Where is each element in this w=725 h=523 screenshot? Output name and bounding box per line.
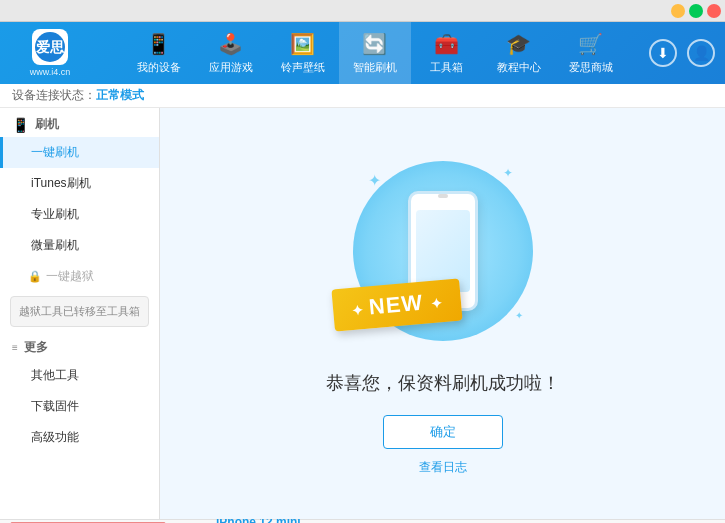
main-content: ✦ ✦ ✦ NEW 恭喜您，保资料刷机成功啦！ 确定 查看日志 [160,108,725,519]
nav-item-apps[interactable]: 🕹️ 应用游戏 [195,22,267,84]
nav-label-toolbox: 工具箱 [430,60,463,75]
bottom-bar: 自动跳走 跳过向导 📱 iPhone 12 mini 64GB Down-12m… [0,519,725,523]
sidebar-item-download-label: 下载固件 [31,399,79,413]
sidebar-jailbreak-disabled: 🔒 一键越狱 [0,261,159,292]
confirm-button-label: 确定 [430,423,456,441]
nav-item-toolbox[interactable]: 🧰 工具箱 [411,22,483,84]
confirm-button[interactable]: 确定 [383,415,503,449]
device-status-label: 设备连接状态： [12,87,96,104]
nav-item-smart-flash[interactable]: 🔄 智能刷机 [339,22,411,84]
success-message: 恭喜您，保资料刷机成功啦！ [326,371,560,395]
log-link[interactable]: 查看日志 [419,459,467,476]
my-device-icon: 📱 [146,32,171,56]
sidebar-item-download-fw[interactable]: 下载固件 [0,391,159,422]
wallpaper-icon: 🖼️ [290,32,315,56]
more-section-icon: ≡ [12,342,18,353]
title-bar [0,0,725,22]
svg-text:爱思: 爱思 [36,39,65,55]
sparkle-2: ✦ [503,166,513,180]
smart-flash-icon: 🔄 [362,32,387,56]
nav-label-apps: 应用游戏 [209,60,253,75]
sidebar-flash-title: 刷机 [35,116,59,133]
close-button[interactable] [707,4,721,18]
toolbox-icon: 🧰 [434,32,459,56]
header-right: ⬇ 👤 [649,39,715,67]
minimize-button[interactable] [671,4,685,18]
sidebar-more-section: ≡ 更多 [0,331,159,360]
jailbreak-note: 越狱工具已转移至工具箱 [10,296,149,327]
nav-item-shop[interactable]: 🛒 爱思商城 [555,22,627,84]
sidebar-item-itunes-label: iTunes刷机 [31,176,91,190]
nav-item-wallpaper[interactable]: 🖼️ 铃声壁纸 [267,22,339,84]
flash-section-icon: 📱 [12,117,29,133]
sidebar-flash-section: 📱 刷机 [0,108,159,137]
jailbreak-note-text: 越狱工具已转移至工具箱 [19,305,140,317]
user-button[interactable]: 👤 [687,39,715,67]
phone-speaker [438,194,448,198]
lock-icon: 🔒 [28,270,42,283]
nav-item-tutorials[interactable]: 🎓 教程中心 [483,22,555,84]
sparkle-1: ✦ [368,171,381,190]
sidebar-jailbreak-label: 一键越狱 [46,268,94,285]
sidebar-item-advanced-label: 高级功能 [31,430,79,444]
status-bar: 设备连接状态： 正常模式 [0,84,725,108]
sidebar-item-micro-flash[interactable]: 微量刷机 [0,230,159,261]
sidebar-item-pro-flash[interactable]: 专业刷机 [0,199,159,230]
sidebar-item-advanced[interactable]: 高级功能 [0,422,159,453]
download-button[interactable]: ⬇ [649,39,677,67]
sparkle-3: ✦ [515,310,523,321]
nav-bar: 📱 我的设备 🕹️ 应用游戏 🖼️ 铃声壁纸 🔄 智能刷机 🧰 工具箱 🎓 教程… [100,22,649,84]
device-status-mode: 正常模式 [96,87,144,104]
sidebar-item-one-click[interactable]: 一键刷机 [0,137,159,168]
sidebar-item-one-click-label: 一键刷机 [31,145,79,159]
main-layout: 📱 刷机 一键刷机 iTunes刷机 专业刷机 微量刷机 🔒 一键越狱 越狱工具… [0,108,725,519]
phone-illustration: ✦ ✦ ✦ NEW [343,151,543,351]
tutorials-icon: 🎓 [506,32,531,56]
apps-icon: 🕹️ [218,32,243,56]
sidebar-item-micro-label: 微量刷机 [31,238,79,252]
nav-label-tutorials: 教程中心 [497,60,541,75]
logo[interactable]: 爱思 www.i4.cn [10,28,90,78]
nav-label-my-device: 我的设备 [137,60,181,75]
nav-item-my-device[interactable]: 📱 我的设备 [123,22,195,84]
sidebar-more-label: 更多 [24,339,48,356]
sidebar: 📱 刷机 一键刷机 iTunes刷机 专业刷机 微量刷机 🔒 一键越狱 越狱工具… [0,108,160,519]
logo-url: www.i4.cn [30,67,71,77]
sidebar-item-other-label: 其他工具 [31,368,79,382]
sidebar-item-itunes-flash[interactable]: iTunes刷机 [0,168,159,199]
maximize-button[interactable] [689,4,703,18]
sidebar-item-pro-label: 专业刷机 [31,207,79,221]
header: 爱思 www.i4.cn 📱 我的设备 🕹️ 应用游戏 🖼️ 铃声壁纸 🔄 智能… [0,22,725,84]
sidebar-item-other-tools[interactable]: 其他工具 [0,360,159,391]
nav-label-smart-flash: 智能刷机 [353,60,397,75]
nav-label-wallpaper: 铃声壁纸 [281,60,325,75]
new-badge-text: NEW [367,290,423,320]
shop-icon: 🛒 [578,32,603,56]
logo-icon: 爱思 [32,29,68,65]
nav-label-shop: 爱思商城 [569,60,613,75]
